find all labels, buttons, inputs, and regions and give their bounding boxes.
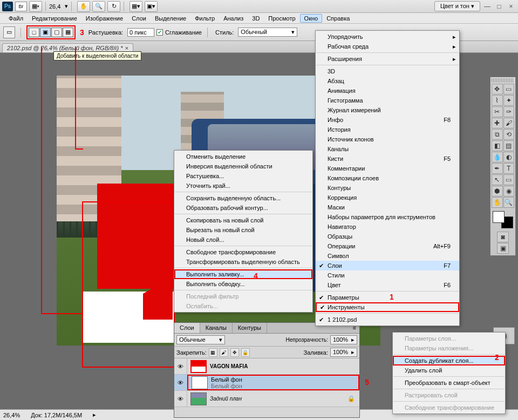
menu-item[interactable]: Новый слой... [174, 235, 312, 245]
menu-item[interactable]: Образовать рабочий контур... [174, 203, 312, 213]
menu-item[interactable]: Сохранить выделенную область... [174, 193, 312, 203]
tab-paths[interactable]: Контуры [233, 323, 267, 333]
dodge-tool[interactable]: ◐ [503, 152, 515, 162]
menu-item[interactable]: Гистограмма [316, 96, 459, 105]
close-btn[interactable]: × [506, 3, 516, 10]
menu-item[interactable]: Каналы [316, 144, 459, 154]
lock-transparency-icon[interactable]: ▦ [209, 348, 217, 357]
rotate-view-btn[interactable]: ↻ [107, 1, 120, 12]
status-zoom[interactable]: 26,4% [3, 412, 20, 418]
menu-item[interactable]: Выполнить заливку... [174, 269, 312, 279]
layer-thumbnail[interactable] [192, 376, 208, 389]
menu-select[interactable]: Выделение [151, 14, 190, 23]
add-selection-btn[interactable]: ▣ [40, 28, 51, 37]
menu-item[interactable]: Рабочая среда▸ [316, 42, 459, 51]
minimize-btn[interactable]: — [482, 3, 492, 10]
marquee-tool-icon[interactable]: ▭ [3, 26, 15, 38]
menu-item[interactable]: Стили [316, 270, 459, 280]
menu-edit[interactable]: Редактирование [28, 14, 81, 23]
foreground-color[interactable] [493, 211, 505, 223]
menu-item[interactable]: Комментарии [316, 164, 459, 173]
path-tool[interactable]: ↖ [492, 174, 503, 185]
screenmode-tool[interactable]: ▣ [497, 243, 509, 254]
lock-all-icon[interactable]: 🔒 [241, 348, 250, 357]
menu-item[interactable]: Расширения▸ [316, 54, 459, 64]
hand-tool[interactable]: ✋ [492, 197, 503, 208]
menu-item[interactable]: Контуры [316, 183, 459, 193]
menu-item[interactable]: Уточнить край... [174, 181, 312, 191]
menu-image[interactable]: Изображение [81, 14, 127, 23]
menu-item[interactable]: Вырезать на новый слой [174, 225, 312, 235]
zoom-tool-btn[interactable]: 🔍 [92, 1, 105, 12]
menu-item[interactable]: Наборы параметров для инструментов [316, 212, 459, 222]
menu-item[interactable]: КистиF5 [316, 154, 459, 164]
menu-item[interactable]: Отменить выделение [174, 152, 312, 161]
menu-item[interactable]: Инверсия выделенной области [174, 161, 312, 171]
new-selection-btn[interactable]: □ [29, 28, 39, 37]
arrange-docs-btn[interactable]: ▦▾ [130, 1, 142, 12]
layer-name[interactable]: VAGON MAFIA [210, 363, 359, 369]
menu-item[interactable]: Свободное трансформирование [174, 247, 312, 257]
menu-view[interactable]: Просмотр [264, 14, 299, 23]
eyedropper-tool[interactable]: ✑ [503, 106, 515, 117]
layer-name[interactable]: Задний план [210, 396, 347, 402]
zoom-value[interactable]: 26,4 [49, 3, 60, 10]
menu-item[interactable]: Коррекция [316, 193, 459, 202]
visibility-icon[interactable]: 👁 [174, 391, 187, 407]
menu-item[interactable]: ✔СлоиF7 [316, 261, 459, 270]
menu-item[interactable]: ✔Параметры [316, 293, 459, 302]
eraser-tool[interactable]: ◧ [492, 140, 503, 151]
close-tab-icon[interactable]: × [125, 45, 128, 51]
tab-channels[interactable]: Каналы [200, 323, 233, 333]
menu-item[interactable]: Трансформировать выделенную область [174, 257, 312, 267]
stamp-tool[interactable]: ⧉ [492, 129, 503, 140]
brush-tool[interactable]: 🖌 [503, 118, 515, 128]
status-doc[interactable]: Док: 17,2M/146,5M [31, 412, 82, 418]
shape-tool[interactable]: ▭ [503, 174, 515, 185]
menu-layers[interactable]: Слои [127, 14, 151, 23]
lock-position-icon[interactable]: ✥ [230, 348, 239, 357]
opacity-input[interactable]: 100%▸ [330, 335, 357, 344]
view-extras-btn[interactable]: ▦▾ [29, 1, 42, 12]
feather-input[interactable] [127, 28, 154, 37]
menu-item[interactable]: Удалить слой [393, 365, 505, 375]
menu-analysis[interactable]: Анализ [219, 14, 248, 23]
hand-tool-btn[interactable]: ✋ [77, 1, 90, 12]
intersect-selection-btn[interactable]: ▦ [63, 28, 73, 37]
subtract-selection-btn[interactable]: ▢ [51, 28, 62, 37]
panel-grip[interactable] [492, 78, 514, 83]
menu-filter[interactable]: Фильтр [190, 14, 219, 23]
blur-tool[interactable]: 💧 [492, 152, 503, 162]
menu-item[interactable]: История [316, 125, 459, 134]
heal-tool[interactable]: ✚ [492, 118, 503, 128]
zoom-tool[interactable]: 🔍 [503, 197, 515, 208]
antialias-checkbox[interactable]: ✔ [156, 29, 163, 36]
menu-window[interactable]: Окно [300, 14, 323, 23]
menu-item[interactable]: Источник клонов [316, 134, 459, 144]
menu-item[interactable]: Маски [316, 202, 459, 212]
menu-item[interactable]: ✔Инструменты [316, 302, 459, 312]
menu-help[interactable]: Справка [322, 14, 354, 23]
layer-thumbnail[interactable] [190, 392, 207, 405]
menu-item[interactable]: 3D [316, 66, 459, 76]
menu-file[interactable]: Файл [4, 14, 28, 23]
fill-input[interactable]: 100%▸ [330, 348, 357, 357]
wand-tool[interactable]: ✦ [503, 95, 515, 106]
menu-item[interactable]: ЦветF6 [316, 280, 459, 290]
lock-image-icon[interactable]: 🖌 [220, 348, 228, 357]
marquee-tool[interactable]: ▭ [503, 84, 515, 94]
maximize-btn[interactable]: □ [494, 3, 504, 10]
style-dropdown[interactable]: Обычный▾ [238, 28, 297, 37]
menu-item[interactable]: Символ [316, 251, 459, 261]
crop-tool[interactable]: ✂ [492, 106, 503, 117]
move-tool[interactable]: ✥ [492, 84, 503, 94]
menu-item[interactable]: Образцы [316, 232, 459, 241]
layer-row[interactable]: 👁 Задний план 🔒 [174, 391, 359, 407]
menu-item[interactable]: Навигатор [316, 222, 459, 232]
menu-item[interactable]: Создать дубликат слоя... [393, 356, 505, 365]
menu-3d[interactable]: 3D [248, 14, 264, 23]
pen-tool[interactable]: ✒ [492, 163, 503, 174]
menu-item[interactable]: Абзац [316, 76, 459, 86]
lasso-tool[interactable]: ⌇ [492, 95, 503, 106]
screen-mode-btn[interactable]: ▣▾ [145, 1, 158, 12]
